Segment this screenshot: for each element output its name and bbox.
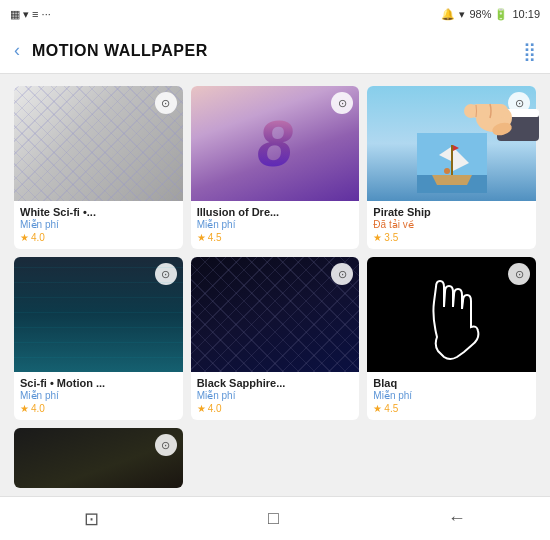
rating-value: 4.5 (208, 232, 222, 243)
status-icons: ▦ ▾ ≡ ··· (10, 8, 51, 21)
download-badge: ⊙ (331, 263, 353, 285)
recent-apps-button[interactable]: ⊡ (60, 500, 123, 538)
star-icon: ★ (373, 403, 382, 414)
list-item[interactable]: ⊙ Black Sapphire... Miễn phí ★ 4.0 (191, 257, 360, 420)
download-badge: ⊙ (155, 92, 177, 114)
wallpaper-name: Illusion of Dre... (197, 206, 354, 218)
wallpaper-price: Miễn phí (373, 390, 530, 401)
list-item[interactable]: ⊙ White Sci-fi •... Miễn phí ★ 4.0 (14, 86, 183, 249)
svg-rect-3 (451, 145, 453, 175)
content-area: ⊙ White Sci-fi •... Miễn phí ★ 4.0 8 ⊙ I… (0, 74, 550, 496)
wallpaper-thumbnail: ⊙ (14, 86, 183, 201)
download-badge: ⊙ (508, 263, 530, 285)
wallpaper-thumbnail: 8 ⊙ (191, 86, 360, 201)
download-badge: ⊙ (155, 263, 177, 285)
page-title: MOTION WALLPAPER (32, 42, 523, 60)
wallpaper-name: Blaq (373, 377, 530, 389)
list-item[interactable]: ⊙ Sci-fi • Motion ... Miễn phí ★ 4.0 (14, 257, 183, 420)
wallpaper-rating: ★ 4.0 (20, 232, 177, 243)
status-right: 🔔 ▾ 98% 🔋 10:19 (441, 8, 540, 21)
wallpaper-name: White Sci-fi •... (20, 206, 177, 218)
wallpaper-rating: ★ 4.0 (197, 403, 354, 414)
download-badge: ⊙ (508, 92, 530, 114)
wallpaper-thumbnail: ⊙ (367, 257, 536, 372)
wallpaper-price: Miễn phí (20, 390, 177, 401)
rating-value: 3.5 (384, 232, 398, 243)
wallpaper-info: Sci-fi • Motion ... Miễn phí ★ 4.0 (14, 372, 183, 420)
wallpaper-thumbnail: ⊙ (191, 257, 360, 372)
back-button[interactable]: ‹ (14, 40, 20, 61)
pirate-ship-svg (417, 133, 487, 193)
wallpaper-price: Miễn phí (197, 219, 354, 230)
wallpaper-price: Miễn phí (197, 390, 354, 401)
home-button[interactable]: □ (244, 500, 303, 537)
navigation-bar: ⊡ □ ← (0, 496, 550, 540)
wallpaper-price: Đã tải về (373, 219, 530, 230)
rating-value: 4.0 (31, 403, 45, 414)
wallpaper-name: Sci-fi • Motion ... (20, 377, 177, 389)
status-left: ▦ ▾ ≡ ··· (10, 8, 51, 21)
wallpaper-info: Pirate Ship Đã tải về ★ 3.5 (367, 201, 536, 249)
rating-value: 4.0 (31, 232, 45, 243)
wallpaper-thumbnail: ⊙ (14, 428, 183, 488)
svg-point-7 (444, 168, 450, 174)
signal-icon: 🔔 (441, 8, 455, 21)
blaq-hand-svg (412, 257, 492, 372)
svg-marker-2 (432, 175, 472, 185)
wallpaper-info: Blaq Miễn phí ★ 4.5 (367, 372, 536, 420)
wallpaper-rating: ★ 4.5 (197, 232, 354, 243)
list-item[interactable]: 8 ⊙ Illusion of Dre... Miễn phí ★ 4.5 (191, 86, 360, 249)
status-bar: ▦ ▾ ≡ ··· 🔔 ▾ 98% 🔋 10:19 (0, 0, 550, 28)
wallpaper-grid: ⊙ White Sci-fi •... Miễn phí ★ 4.0 8 ⊙ I… (14, 86, 536, 488)
wallpaper-thumbnail: ⊙ (14, 257, 183, 372)
download-badge: ⊙ (331, 92, 353, 114)
download-badge: ⊙ (155, 434, 177, 456)
list-item[interactable]: ⊙ Pirate Ship Đã tải về ★ 3.5 (367, 86, 536, 249)
star-icon: ★ (20, 232, 29, 243)
wallpaper-info: Illusion of Dre... Miễn phí ★ 4.5 (191, 201, 360, 249)
wallpaper-name: Pirate Ship (373, 206, 530, 218)
time: 10:19 (512, 8, 540, 20)
wifi-icon: ▾ (459, 8, 465, 21)
wallpaper-rating: ★ 3.5 (373, 232, 530, 243)
wallpaper-info: Black Sapphire... Miễn phí ★ 4.0 (191, 372, 360, 420)
rating-value: 4.5 (384, 403, 398, 414)
list-item[interactable]: ⊙ (14, 428, 183, 488)
wallpaper-thumbnail: ⊙ (367, 86, 536, 201)
battery: 98% 🔋 (469, 8, 508, 21)
illusion-number: 8 (257, 112, 293, 176)
back-nav-button[interactable]: ← (424, 500, 490, 537)
rating-value: 4.0 (208, 403, 222, 414)
star-icon: ★ (197, 232, 206, 243)
star-icon: ★ (197, 403, 206, 414)
wallpaper-price: Miễn phí (20, 219, 177, 230)
header: ‹ MOTION WALLPAPER ⣿ (0, 28, 550, 74)
wallpaper-name: Black Sapphire... (197, 377, 354, 389)
grid-view-icon[interactable]: ⣿ (523, 40, 536, 62)
wallpaper-info: White Sci-fi •... Miễn phí ★ 4.0 (14, 201, 183, 249)
star-icon: ★ (373, 232, 382, 243)
wallpaper-rating: ★ 4.5 (373, 403, 530, 414)
list-item[interactable]: ⊙ Blaq Miễn phí ★ 4.5 (367, 257, 536, 420)
star-icon: ★ (20, 403, 29, 414)
wallpaper-rating: ★ 4.0 (20, 403, 177, 414)
